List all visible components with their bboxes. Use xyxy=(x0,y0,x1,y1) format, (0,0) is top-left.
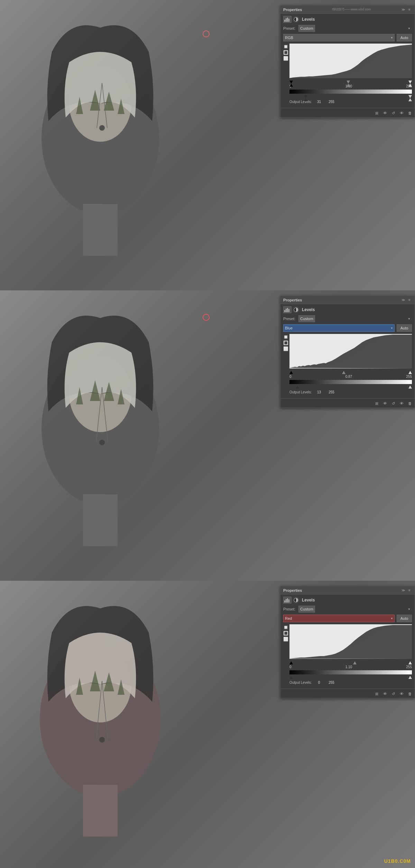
midpoint-triangle-3[interactable] xyxy=(353,661,357,664)
output-white-triangle-3[interactable] xyxy=(408,676,412,679)
svg-rect-18 xyxy=(284,20,285,22)
panel-body-1: Levels Preset: Custom RGB Auto 🔲 xyxy=(280,14,415,108)
eyedropper-black-2[interactable]: 🔲 xyxy=(283,335,288,339)
svg-rect-21 xyxy=(288,19,289,22)
preset-select-1[interactable]: Custom xyxy=(298,25,315,32)
channel-row-1: RGB Auto xyxy=(283,34,412,41)
clip-to-layer-btn-3[interactable]: ⊞ xyxy=(373,690,380,697)
properties-panel-1: Properties 缔结技巧——www.uibd.com ≫ ≡ Levels… xyxy=(280,5,415,118)
auto-button-2[interactable]: Auto xyxy=(397,324,412,332)
visibility-btn-2[interactable]: 👁 xyxy=(398,400,405,407)
reset-btn-1[interactable]: ↺ xyxy=(390,110,397,116)
preset-select-wrapper-1[interactable]: Custom xyxy=(298,25,412,32)
levels-label-1: Levels xyxy=(302,17,315,22)
output-black-val-1: 31 xyxy=(314,100,324,104)
preset-select-wrapper-2[interactable]: Custom xyxy=(298,315,412,322)
input-values-row-2: 0 0.87 255 xyxy=(289,375,412,379)
view-previous-btn-3[interactable]: 👁 xyxy=(381,690,388,697)
panel-title-1: Properties xyxy=(283,8,302,12)
channel-select-3[interactable]: Red xyxy=(283,615,395,622)
preset-select-2[interactable]: Custom xyxy=(298,315,315,322)
delete-btn-1[interactable]: 🗑 xyxy=(406,110,413,116)
eyedropper-black-3[interactable]: 🔲 xyxy=(283,625,288,630)
white-point-triangle-3[interactable] xyxy=(408,661,412,664)
svg-rect-34 xyxy=(284,600,285,603)
output-label-2: Output Levels: xyxy=(289,390,312,394)
svg-rect-8 xyxy=(83,494,118,546)
eyedropper-gray-3[interactable]: 🔳 xyxy=(283,631,288,636)
output-levels-row-1: Output Levels: 31 255 xyxy=(289,100,412,104)
hist-tools-3: 🔲 🔳 ⬜ xyxy=(283,624,288,686)
channel-select-1[interactable]: RGB xyxy=(283,34,395,41)
svg-rect-26 xyxy=(284,310,285,312)
svg-rect-27 xyxy=(286,309,287,312)
output-white-val-3: 255 xyxy=(326,681,336,684)
levels-title-row-3: Levels xyxy=(283,597,412,604)
panel-expand-icon-1[interactable]: ≫ xyxy=(401,7,406,12)
eyedropper-white-1[interactable]: ⬜ xyxy=(283,56,288,61)
reset-btn-3[interactable]: ↺ xyxy=(390,690,397,697)
preset-select-wrapper-3[interactable]: Custom xyxy=(298,606,412,613)
black-point-triangle-2[interactable] xyxy=(289,371,293,374)
svg-point-3 xyxy=(99,125,105,131)
black-point-triangle-1[interactable] xyxy=(289,81,293,87)
visibility-btn-1[interactable]: 👁 xyxy=(398,110,405,116)
view-previous-btn-2[interactable]: 👁 xyxy=(381,400,388,407)
channel-select-wrapper-3[interactable]: Red xyxy=(283,615,395,622)
input-triangles-1 xyxy=(289,80,412,84)
auto-button-3[interactable]: Auto xyxy=(397,615,412,622)
histogram-display-3 xyxy=(289,624,412,659)
panel-body-2: Levels Preset: Custom Blue Auto 🔲 🔳 ⬜ xyxy=(280,304,415,398)
svg-rect-20 xyxy=(287,18,288,22)
visibility-btn-3[interactable]: 👁 xyxy=(398,690,405,697)
output-white-triangle-2[interactable] xyxy=(408,385,412,389)
histogram-area-1: 0 1.00 255 Output Levels: 31 255 xyxy=(289,44,412,105)
hist-tools-1: 🔲 🔳 ⬜ xyxy=(283,44,288,105)
auto-button-1[interactable]: Auto xyxy=(397,34,412,41)
output-black-triangle-3[interactable] xyxy=(289,676,293,679)
panel-menu-icon-2[interactable]: ≡ xyxy=(407,298,412,302)
preset-label-1: Preset: xyxy=(283,26,296,30)
panel-menu-icon-3[interactable]: ≡ xyxy=(407,588,412,593)
panel-menu-icon-1[interactable]: ≡ xyxy=(407,7,412,12)
white-point-triangle-2[interactable] xyxy=(408,371,412,374)
levels-label-2: Levels xyxy=(302,307,315,312)
histogram-display-2 xyxy=(289,334,412,368)
input-mid-val-2: 0.87 xyxy=(345,375,352,379)
reset-btn-2[interactable]: ↺ xyxy=(390,400,397,407)
histogram-icon-2 xyxy=(283,306,292,313)
panel-expand-icon-3[interactable]: ≫ xyxy=(401,588,406,593)
preset-select-3[interactable]: Custom xyxy=(298,606,315,613)
output-black-val-3: 0 xyxy=(314,681,324,684)
clip-to-layer-btn-1[interactable]: ⊞ xyxy=(373,110,380,116)
black-point-triangle-3[interactable] xyxy=(289,661,293,664)
output-black-triangle-1[interactable] xyxy=(304,95,307,101)
output-black-val-2: 13 xyxy=(314,390,324,394)
panel-expand-icon-2[interactable]: ≫ xyxy=(401,298,406,302)
histogram-area-2: 0 0.87 255 Output Levels: 13 255 xyxy=(289,334,412,395)
midpoint-triangle-1[interactable] xyxy=(347,81,350,87)
histogram-display-1 xyxy=(289,44,412,78)
output-white-triangle-1[interactable] xyxy=(408,95,412,101)
channel-select-wrapper-1[interactable]: RGB xyxy=(283,34,395,41)
eyedropper-black-1[interactable]: 🔲 xyxy=(283,44,288,49)
output-label-1: Output Levels: xyxy=(289,100,312,104)
clip-to-layer-btn-2[interactable]: ⊞ xyxy=(373,400,380,407)
view-previous-btn-1[interactable]: 👁 xyxy=(381,110,388,116)
midpoint-triangle-2[interactable] xyxy=(342,371,345,374)
white-point-triangle-1[interactable] xyxy=(408,81,412,87)
eyedropper-white-3[interactable]: ⬜ xyxy=(283,637,288,642)
delete-btn-3[interactable]: 🗑 xyxy=(406,690,413,697)
svg-point-9 xyxy=(99,440,105,445)
eyedropper-gray-1[interactable]: 🔳 xyxy=(283,50,288,55)
eyedropper-gray-2[interactable]: 🔳 xyxy=(283,340,288,345)
eyedropper-white-2[interactable]: ⬜ xyxy=(283,346,288,351)
channel-row-2: Blue Auto xyxy=(283,324,412,332)
delete-btn-2[interactable]: 🗑 xyxy=(406,400,413,407)
channel-select-wrapper-2[interactable]: Blue xyxy=(283,324,395,332)
channel-select-2[interactable]: Blue xyxy=(283,324,395,332)
preset-row-1: Preset: Custom xyxy=(283,25,412,32)
panel-title-2: Properties xyxy=(283,298,302,302)
output-triangles-1 xyxy=(289,94,412,99)
output-black-triangle-2[interactable] xyxy=(296,385,299,389)
